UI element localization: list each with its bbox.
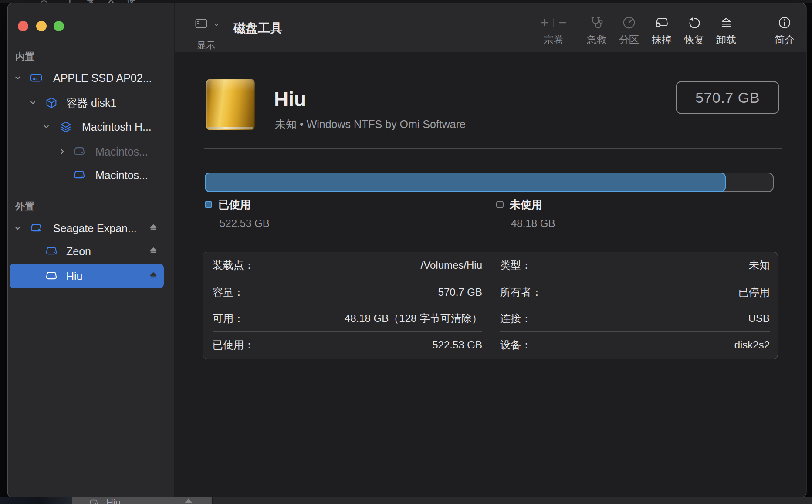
sidebar-item-label: Macintos...	[95, 169, 148, 182]
internal-drive-icon	[30, 71, 43, 85]
desktop-wallpaper-fragment	[0, 497, 72, 504]
details-label: 连接：	[500, 311, 531, 325]
chevron-down-icon[interactable]	[28, 98, 37, 108]
used-value: 522.53 GB	[220, 217, 270, 230]
free-swatch	[496, 201, 504, 208]
external-drive-icon	[30, 222, 43, 235]
legend-free: 未使用 48.18 GB	[496, 197, 555, 230]
volume-stack-icon	[59, 120, 72, 133]
external-drive-icon	[45, 245, 58, 258]
chevron-down-icon[interactable]	[13, 74, 22, 83]
show-label: 显示	[192, 39, 220, 51]
eject-icon[interactable]	[148, 246, 159, 257]
sidebar-item-macintosh-h[interactable]: Macintosh H...	[10, 117, 164, 137]
details-right-column: 类型： 未知所有者： 已停用连接： USB设备： disk2s2	[492, 252, 778, 359]
toolbar-button-first-aid[interactable]: 急救	[587, 14, 607, 47]
free-value: 48.18 GB	[511, 217, 555, 230]
volume-title: Hiu	[274, 88, 306, 111]
disk-utility-window: 内置APPLE SSD AP02...容器 disk1Macintosh H..…	[8, 3, 806, 497]
sidebar-item-seagate-expan[interactable]: Seagate Expan...	[10, 218, 164, 238]
details-label: 装载点：	[213, 258, 254, 272]
desktop: 上宝大使 内置APPLE SSD AP02...容器 disk1Macintos…	[0, 0, 812, 504]
background-window-top-fragment: 上宝大使	[0, 0, 812, 3]
details-label: 容量：	[213, 285, 244, 299]
chevron-down-icon[interactable]	[42, 122, 51, 132]
sidebar-item-label: Macintosh H...	[82, 121, 152, 133]
eject-icon[interactable]	[148, 223, 159, 233]
toolbar-button-partition[interactable]: 分区	[619, 14, 639, 47]
erase-drive-icon	[654, 14, 669, 31]
chevron-down-icon[interactable]	[213, 21, 220, 28]
usage-bar-used-segment	[205, 173, 726, 192]
toolbar-button-label: 卸载	[716, 33, 736, 47]
details-value: USB	[748, 312, 770, 325]
external-drive-icon	[89, 498, 98, 504]
close-button[interactable]	[18, 21, 28, 31]
external-drive-icon	[73, 169, 86, 182]
info-circle-icon	[777, 14, 792, 31]
used-label: 已使用	[218, 197, 251, 212]
sidebar-section-label: 外置	[15, 200, 34, 213]
toolbar-button-restore[interactable]: 恢复	[684, 14, 704, 47]
details-value: 已停用	[738, 285, 770, 299]
volume-subtitle: 未知 • Windows NTFS by Omi Software	[275, 117, 466, 132]
toolbar-button-label: 恢复	[684, 33, 704, 47]
toolbar-button-erase[interactable]: 抹掉	[652, 14, 672, 47]
details-table: 装载点： /Volumes/Hiu容量： 570.7 GB可用： 48.18 G…	[203, 252, 778, 359]
details-row: 可用： 48.18 GB（128 字节可清除）	[213, 305, 482, 331]
stethoscope-icon	[589, 14, 604, 31]
toolbar-button-label: 抹掉	[652, 33, 672, 47]
sidebar-toggle-icon[interactable]	[193, 17, 209, 30]
free-label: 未使用	[510, 197, 542, 212]
details-label: 所有者：	[500, 285, 542, 299]
details-row: 装载点： /Volumes/Hiu	[213, 252, 482, 279]
details-label: 可用：	[213, 311, 244, 325]
background-row-label: Hiu	[106, 497, 121, 504]
sidebar-item-label: Hiu	[66, 270, 83, 282]
details-label: 类型：	[500, 258, 531, 272]
sidebar-item-apple-ssd-ap02[interactable]: APPLE SSD AP02...	[10, 68, 164, 88]
chevron-down-icon[interactable]	[13, 224, 22, 233]
sidebar-item-zeon[interactable]: Zeon	[10, 241, 164, 261]
details-value: 570.7 GB	[438, 286, 482, 298]
toolbar-button-unmount[interactable]: 卸载	[716, 14, 736, 47]
eject-icon	[185, 498, 193, 503]
details-row: 连接： USB	[500, 305, 770, 331]
details-label: 已使用：	[213, 338, 254, 352]
sidebar-section-label: 内置	[15, 50, 34, 63]
eject-icon[interactable]	[148, 271, 159, 281]
container-box-icon	[45, 96, 58, 109]
restore-arrow-icon	[687, 14, 702, 31]
legend-used: 已使用 522.53 GB	[205, 197, 270, 230]
sidebar-item-label: Seagate Expan...	[53, 222, 137, 235]
details-row: 类型： 未知	[500, 252, 770, 279]
external-drive-icon	[73, 145, 86, 158]
toolbar-button-info[interactable]: 简介	[775, 14, 795, 47]
background-row-fragment: Hiu	[72, 497, 213, 504]
sidebar-item-label: Zeon	[66, 245, 91, 258]
pie-chart-icon	[622, 14, 636, 31]
toolbar-button-label: 急救	[587, 33, 607, 47]
details-value: 未知	[749, 258, 770, 272]
eject-stack-icon	[719, 14, 734, 31]
sidebar: 内置APPLE SSD AP02...容器 disk1Macintosh H..…	[8, 3, 174, 497]
toolbar-button-volumes[interactable]: 宗卷	[539, 14, 568, 47]
sidebar-item-disk1[interactable]: 容器 disk1	[10, 93, 164, 113]
details-value: 522.53 GB	[432, 339, 482, 351]
sidebar-item-hiu[interactable]: Hiu	[10, 264, 164, 288]
sidebar-item-macintos[interactable]: Macintos...	[10, 142, 164, 162]
external-drive-icon	[45, 270, 58, 283]
usage-bar	[205, 173, 774, 192]
window-title: 磁盘工具	[233, 20, 282, 37]
zoom-button[interactable]	[54, 21, 64, 31]
minimize-button[interactable]	[36, 21, 47, 31]
capacity-badge: 570.7 GB	[676, 81, 779, 114]
chevron-right-icon[interactable]	[58, 147, 67, 156]
details-row: 设备： disk2s2	[500, 331, 770, 358]
toolbar-button-label: 简介	[775, 33, 795, 47]
toolbar-button-label: 宗卷	[544, 33, 564, 47]
sidebar-item-macintos[interactable]: Macintos...	[10, 165, 164, 185]
details-value: 48.18 GB（128 字节可清除）	[345, 311, 482, 325]
background-text-fragment: 上宝大使	[65, 0, 147, 3]
details-row: 已使用： 522.53 GB	[213, 331, 482, 358]
